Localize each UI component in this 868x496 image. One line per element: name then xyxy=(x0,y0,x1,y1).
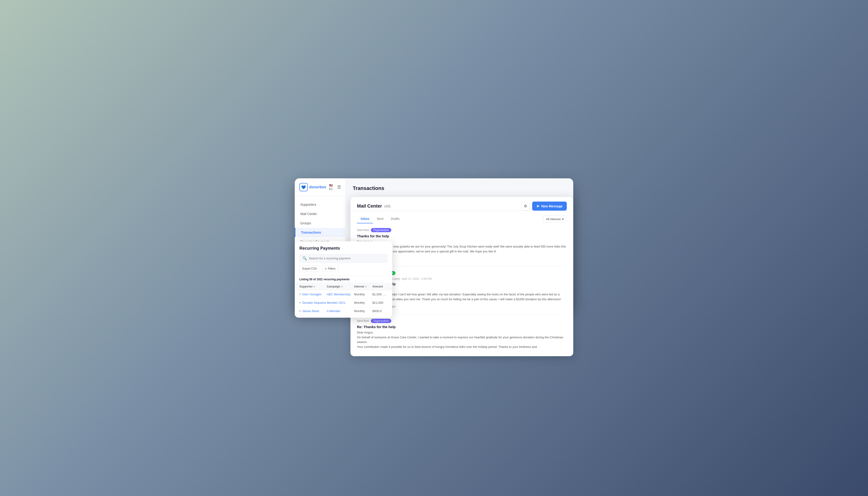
app-container: 💙 donorbox 🇺🇸 En ☰ Supporters Mail Cente… xyxy=(295,179,573,317)
message-subject-3: Re: Thanks for the help xyxy=(357,325,567,329)
row-name-2: ▾ James Reed xyxy=(300,309,327,313)
chevron-down-icon-1[interactable]: ▾ xyxy=(300,301,301,304)
org-badge-1: Organization xyxy=(371,228,391,232)
message-block-3: Sent from Organization Re: Thanks for th… xyxy=(357,314,567,356)
sidebar-item-groups[interactable]: Groups xyxy=(295,218,345,228)
message-subject-1: Thanks for the help xyxy=(357,234,567,238)
row-name-1: ▾ Geraldo Sequeira xyxy=(300,301,327,305)
filters-button[interactable]: ≡ Filters xyxy=(322,265,339,272)
row-campaign-1: Member 2021 xyxy=(327,301,354,305)
sidebar-header: 💙 donorbox 🇺🇸 En ☰ xyxy=(295,183,345,196)
lang-selector[interactable]: 🇺🇸 En xyxy=(329,184,334,191)
sidebar-item-mail-center[interactable]: Mail Center xyxy=(295,209,345,218)
message-body-3: Dear Angus, On behalf of everyone at Gra… xyxy=(357,330,567,350)
mail-actions: ⚙ ➤ New Message xyxy=(521,202,567,211)
row-supporter-link-0[interactable]: Glen Youngkin xyxy=(302,293,322,296)
sort-icon-interval[interactable]: ⇅ xyxy=(365,285,367,288)
row-name-0: ▾ Glen Youngkin xyxy=(300,293,327,296)
logo-text: donorbox xyxy=(309,185,326,189)
mail-title: Mail Center xyxy=(357,203,382,209)
logo: 💙 donorbox xyxy=(300,183,326,191)
tab-inbox[interactable]: Inbox xyxy=(357,215,373,223)
message-meta-3: Sent from Organization xyxy=(357,319,567,323)
sidebar-item-supporters[interactable]: Supporters xyxy=(295,200,345,209)
table-row: ▾ James Reed A Member Monthly $500.0 xyxy=(295,307,392,315)
new-message-button[interactable]: ➤ New Message xyxy=(532,202,567,211)
filter-icon: ≡ xyxy=(325,267,326,270)
sort-icon-campaign[interactable]: ⇅ xyxy=(341,285,343,288)
mail-count: (40) xyxy=(384,204,391,208)
row-amount-2: $500.0 xyxy=(372,309,388,313)
mail-tabs: Inbox Sent Drafts All Inboxes ▾ xyxy=(351,215,573,223)
row-campaign-0: ABC Membership xyxy=(327,293,354,296)
recurring-table-header: Supporter ⇅ Campaign ⇅ Interval ⇅ Amount xyxy=(295,283,392,290)
message-meta-1: Sent from Organization xyxy=(357,228,567,232)
tab-sent[interactable]: Sent xyxy=(373,215,387,223)
row-amount-0: $1,000. xyxy=(372,293,388,296)
table-row: ▾ Geraldo Sequeira Member 2021 Monthly $… xyxy=(295,299,392,307)
th-interval: Interval ⇅ xyxy=(354,285,372,288)
recurring-header: Recurring Payments 🔍 Export CSV ≡ Filter… xyxy=(295,241,392,276)
row-interval-0: Monthly xyxy=(354,293,372,296)
recurring-search-box: 🔍 xyxy=(300,254,388,263)
gear-button[interactable]: ⚙ xyxy=(521,202,530,211)
row-supporter-link-1[interactable]: Geraldo Sequeira xyxy=(302,301,326,305)
row-supporter-link-2[interactable]: James Reed xyxy=(302,309,319,313)
message-date-2: April 17, 2024 - 4:29 PM xyxy=(402,277,432,280)
row-campaign-2: A Member xyxy=(327,309,354,313)
chevron-down-icon: ▾ xyxy=(562,217,564,221)
row-interval-1: Monthly xyxy=(354,301,372,305)
arrow-icon: ➤ xyxy=(536,204,540,208)
sent-from-label-3: Sent from xyxy=(357,319,369,323)
recurring-search-icon: 🔍 xyxy=(302,256,307,261)
logo-icon: 💙 xyxy=(300,183,308,191)
th-supporter: Supporter ⇅ xyxy=(300,285,327,288)
page-title: Transactions xyxy=(353,185,566,191)
chevron-down-icon-2[interactable]: ▾ xyxy=(300,310,301,312)
inbox-filter-dropdown[interactable]: All Inboxes ▾ xyxy=(543,216,567,223)
mail-header: Mail Center (40) ⚙ ➤ New Message xyxy=(351,197,573,211)
recurring-search-input[interactable] xyxy=(309,257,385,260)
gear-icon: ⚙ xyxy=(524,204,527,208)
sidebar-item-transactions[interactable]: Transactions xyxy=(295,228,345,237)
sort-icon-supporter[interactable]: ⇅ xyxy=(313,285,315,288)
table-row: ▾ Glen Youngkin ABC Membership Monthly $… xyxy=(295,290,392,299)
th-campaign: Campaign ⇅ xyxy=(327,285,354,288)
listing-info: Listing 50 of 1021 recurring payments xyxy=(295,276,392,283)
mail-title-row: Mail Center (40) xyxy=(357,203,391,209)
tab-drafts[interactable]: Drafts xyxy=(387,215,403,223)
recurring-title: Recurring Payments xyxy=(300,246,388,251)
chevron-down-icon-0[interactable]: ▾ xyxy=(300,293,301,296)
export-csv-button[interactable]: Export CSV xyxy=(300,265,320,272)
row-interval-2: Monthly xyxy=(354,309,372,313)
sent-from-label: Sent from xyxy=(357,229,369,232)
th-amount: Amount xyxy=(372,285,388,288)
org-badge-3: Organization xyxy=(371,319,391,323)
recurring-buttons: Export CSV ≡ Filters xyxy=(300,265,388,272)
row-amount-1: $11,000 xyxy=(372,301,388,305)
recurring-payments-overlay: Recurring Payments 🔍 Export CSV ≡ Filter… xyxy=(295,241,392,317)
hamburger-icon[interactable]: ☰ xyxy=(337,185,341,190)
